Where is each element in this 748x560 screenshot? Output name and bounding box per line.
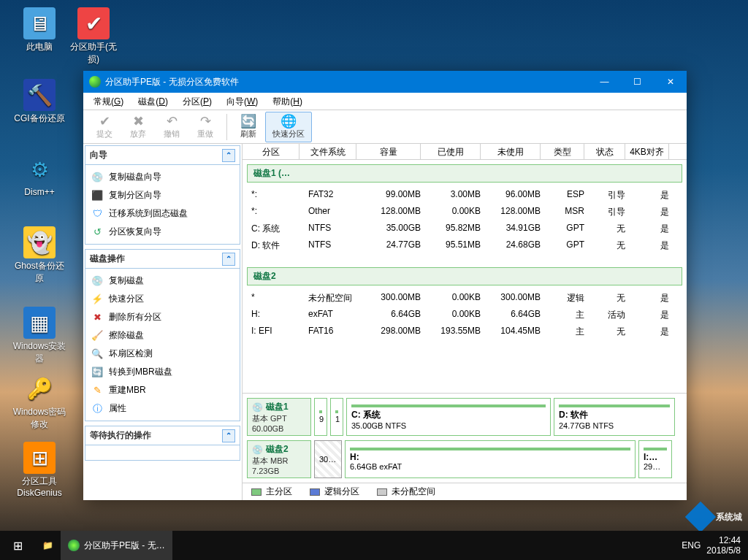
wizard-item-1[interactable]: ⬛复制分区向导: [85, 186, 240, 204]
minimize-button[interactable]: —: [588, 71, 621, 93]
item-icon: ↺: [91, 226, 103, 238]
menu-partition[interactable]: 分区(P): [175, 93, 219, 110]
table-row[interactable]: *:Other128.00MB0.00KB128.00MBMSR引导是: [247, 204, 682, 220]
menubar: 常规(G) 磁盘(D) 分区(P) 向导(W) 帮助(H): [83, 93, 687, 110]
toolbar-quick-partition[interactable]: 🌐快速分区: [265, 112, 312, 142]
wizard-item-2[interactable]: 🛡迁移系统到固态磁盘: [85, 204, 240, 223]
desktop-icon-cgi-backup[interactable]: 🔨CGI备份还原: [12, 79, 67, 125]
desktop-icon-this-pc[interactable]: 🖥此电脑: [12, 7, 67, 53]
col-status[interactable]: 状态: [584, 144, 625, 159]
panel-pending: 等待执行的操作 ⌃: [85, 426, 240, 461]
item-icon: ⚡: [91, 294, 103, 305]
partition-block[interactable]: I:…29…: [638, 440, 672, 478]
item-label: 擦除磁盘: [109, 329, 144, 342]
taskbar-app[interactable]: 分区助手PE版 - 无…: [61, 531, 172, 560]
desktop-icon-diskgenius[interactable]: ⊞分区工具DiskGenius: [12, 442, 67, 498]
grid-body[interactable]: 磁盘1 (… *:FAT3299.00MB3.00MB96.00MBESP引导是…: [243, 160, 687, 394]
partition-block[interactable]: 30…: [314, 440, 342, 478]
redo-icon: ↷: [200, 115, 211, 128]
undo-icon: ↶: [167, 115, 178, 128]
panel-wizard-header[interactable]: 向导 ⌃: [85, 146, 240, 165]
desktop-icon-win-installer[interactable]: ▦Windows安装器: [12, 307, 67, 365]
chevron-up-icon[interactable]: ⌃: [222, 429, 235, 442]
menu-wizard[interactable]: 向导(W): [219, 93, 265, 110]
desktop-icon-partition-assistant[interactable]: ✔分区助手(无损): [66, 7, 121, 66]
menu-general[interactable]: 常规(G): [86, 93, 131, 110]
item-icon: ⓘ: [91, 403, 103, 415]
taskbar: ⊞ 📁 分区助手PE版 - 无… ENG 12:44 2018/5/8: [0, 531, 748, 560]
partition-block[interactable]: H:6.64GB exFAT: [345, 440, 636, 478]
menu-help[interactable]: 帮助(H): [265, 93, 310, 110]
diskops-item-3[interactable]: 🧹擦除磁盘: [85, 326, 240, 345]
watermark-logo-icon: [685, 502, 716, 532]
table-row[interactable]: *未分配空间300.00MB0.00KB300.00MB逻辑无是: [247, 290, 682, 307]
diskops-item-2[interactable]: ✖删除所有分区: [85, 308, 240, 326]
desktop-icon-dism[interactable]: ⚙Dism++: [12, 153, 67, 197]
disk2-header[interactable]: 磁盘2: [247, 267, 682, 285]
col-filesystem[interactable]: 文件系统: [299, 144, 356, 159]
partition-block[interactable]: 9: [314, 398, 327, 436]
item-label: 迁移系统到固态磁盘: [109, 207, 188, 220]
wizard-item-0[interactable]: 💿复制磁盘向导: [85, 168, 240, 186]
toolbar-commit[interactable]: ✔提交: [88, 112, 121, 142]
main-area: 分区 文件系统 容量 已使用 未使用 类型 状态 4KB对齐 磁盘1 (… *:…: [243, 144, 687, 500]
app-window: 分区助手PE版 - 无损分区免费软件 — ☐ ✕ 常规(G) 磁盘(D) 分区(…: [83, 71, 687, 500]
panel-diskops-header[interactable]: 磁盘操作 ⌃: [85, 250, 240, 269]
tray-date[interactable]: 2018/5/8: [706, 545, 741, 556]
desktop-icon-ghost[interactable]: 👻Ghost备份还原: [12, 226, 67, 285]
col-free[interactable]: 未使用: [481, 144, 541, 159]
panel-wizard: 向导 ⌃ 💿复制磁盘向导⬛复制分区向导🛡迁移系统到固态磁盘↺分区恢复向导: [85, 145, 240, 245]
col-4k[interactable]: 4KB对齐: [625, 144, 669, 159]
table-row[interactable]: H:exFAT6.64GB0.00KB6.64GB主活动是: [247, 307, 682, 323]
toolbar-discard[interactable]: ✖放弃: [121, 112, 155, 142]
col-capacity[interactable]: 容量: [356, 144, 421, 159]
table-row[interactable]: D: 软件NTFS24.77GB95.51MB24.68GBGPT无是: [247, 237, 682, 254]
diskops-item-1[interactable]: ⚡快速分区: [85, 290, 240, 308]
toolbar-refresh[interactable]: 🔄刷新: [232, 112, 265, 142]
app-icon: [68, 540, 80, 551]
item-icon: ✎: [91, 385, 103, 396]
toolbar-undo[interactable]: ↶撤销: [155, 112, 188, 142]
chevron-up-icon[interactable]: ⌃: [222, 149, 235, 162]
panel-pending-header[interactable]: 等待执行的操作 ⌃: [85, 426, 240, 445]
globe-icon: 🌐: [280, 115, 297, 128]
tray-lang[interactable]: ENG: [682, 540, 701, 551]
diskops-item-5[interactable]: 🔄转换到MBR磁盘: [85, 363, 240, 381]
desktop-icon-password[interactable]: 🔑Windows密码修改: [12, 372, 67, 431]
partition-block[interactable]: 1: [330, 398, 343, 436]
col-partition[interactable]: 分区: [243, 144, 299, 159]
table-row[interactable]: *:FAT3299.00MB3.00MB96.00MBESP引导是: [247, 187, 682, 204]
menu-disk[interactable]: 磁盘(D): [131, 93, 175, 110]
item-icon: ✖: [91, 312, 103, 323]
partition-block[interactable]: D: 软件24.77GB NTFS: [554, 398, 675, 436]
start-button[interactable]: ⊞: [0, 531, 35, 560]
maximize-button[interactable]: ☐: [621, 71, 654, 93]
tray-time[interactable]: 12:44: [706, 535, 741, 545]
taskbar-explorer[interactable]: 📁: [35, 531, 61, 560]
disk1-header[interactable]: 磁盘1 (…: [247, 164, 682, 183]
toolbar-redo[interactable]: ↷重做: [188, 112, 222, 142]
col-type[interactable]: 类型: [541, 144, 584, 159]
titlebar[interactable]: 分区助手PE版 - 无损分区免费软件 — ☐ ✕: [83, 71, 687, 93]
toolbar-separator: [226, 114, 227, 140]
item-label: 转换到MBR磁盘: [109, 366, 172, 378]
disk1-label[interactable]: 💿磁盘1 基本 GPT 60.00GB: [247, 398, 311, 436]
table-row[interactable]: C: 系统NTFS35.00GB95.82MB34.91GBGPT无是: [247, 220, 682, 237]
diskops-item-7[interactable]: ⓘ属性: [85, 399, 240, 418]
system-tray[interactable]: ENG 12:44 2018/5/8: [674, 535, 748, 556]
col-used[interactable]: 已使用: [421, 144, 481, 159]
disk2-label[interactable]: 💿磁盘2 基本 MBR 7.23GB: [247, 440, 311, 478]
grid-header: 分区 文件系统 容量 已使用 未使用 类型 状态 4KB对齐: [243, 144, 687, 160]
wizard-item-3[interactable]: ↺分区恢复向导: [85, 223, 240, 241]
item-label: 属性: [109, 402, 126, 415]
diskops-item-0[interactable]: 💿复制磁盘: [85, 272, 240, 290]
window-title: 分区助手PE版 - 无损分区免费软件: [105, 76, 239, 88]
chevron-up-icon[interactable]: ⌃: [222, 253, 235, 266]
diskops-item-6[interactable]: ✎重建MBR: [85, 381, 240, 399]
table-row[interactable]: I: EFIFAT16298.00MB193.55MB104.45MB主无是: [247, 323, 682, 340]
close-button[interactable]: ✕: [654, 71, 687, 93]
partition-block[interactable]: C: 系统35.00GB NTFS: [346, 398, 551, 436]
item-label: 删除所有分区: [109, 311, 161, 323]
diskops-item-4[interactable]: 🔍坏扇区检测: [85, 345, 240, 363]
legend-logical: 逻辑分区: [310, 486, 359, 498]
